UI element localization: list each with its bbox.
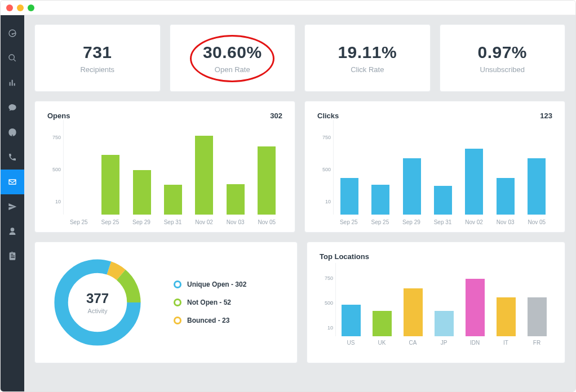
stat-recipients[interactable]: 731 Recipients — [34, 24, 161, 92]
window-close-icon[interactable] — [6, 5, 13, 11]
top-locations-chart: Top Locations 750 500 10 USUKCAJPIDNITFR — [307, 242, 565, 363]
bar — [528, 297, 547, 336]
stat-click-rate[interactable]: 19.11% Click Rate — [304, 24, 431, 92]
y-axis: 750 500 10 — [47, 120, 63, 215]
stats-row: 731 Recipients 30.60% Open Rate 19.11% C… — [34, 24, 565, 92]
bar-col — [251, 133, 282, 215]
bar-col — [429, 274, 460, 336]
x-tick: Sep 31 — [427, 219, 459, 225]
stat-value: 30.60% — [203, 43, 262, 62]
x-tick: US — [335, 340, 366, 346]
x-tick: UK — [366, 340, 397, 346]
y-tick: 10 — [317, 199, 333, 204]
legend-bounced: Bounced - 23 — [174, 317, 246, 324]
crosshair-icon — [8, 128, 17, 137]
bar — [466, 279, 485, 336]
y-tick: 10 — [47, 199, 63, 204]
bar — [497, 178, 515, 215]
x-tick: FR — [521, 340, 552, 346]
sidebar-item-send[interactable] — [1, 194, 24, 219]
bottom-row: 377 Activity Unique Open - 302 Not Open … — [34, 242, 565, 363]
bar — [340, 178, 358, 215]
bar-col — [334, 133, 365, 215]
bar-col — [367, 274, 398, 336]
stat-value: 0.97% — [477, 43, 527, 62]
dashboard-icon — [8, 29, 17, 38]
y-tick: 500 — [47, 167, 63, 172]
phone-icon — [8, 153, 17, 162]
activity-chart: 377 Activity Unique Open - 302 Not Open … — [34, 242, 298, 363]
content: 731 Recipients 30.60% Open Rate 19.11% C… — [24, 15, 575, 391]
sidebar-item-search[interactable] — [1, 46, 24, 70]
bar — [258, 146, 276, 215]
bar-col — [459, 274, 490, 336]
user-icon — [8, 227, 17, 236]
sidebar-item-phone[interactable] — [1, 145, 24, 170]
bar-col — [126, 133, 157, 215]
y-axis: 750 500 10 — [320, 263, 335, 336]
sidebar-item-dashboard[interactable] — [1, 21, 24, 46]
stat-label: Unsubscribed — [480, 65, 525, 74]
stat-unsubscribed[interactable]: 0.97% Unsubscribed — [440, 24, 566, 92]
y-tick: 750 — [47, 135, 63, 140]
donut: 377 Activity — [50, 255, 145, 350]
legend-label: Unique Open - 302 — [187, 280, 246, 288]
charts-row: Opens 302 750 500 10 Sep 25Sep 25Sep 29S… — [34, 101, 565, 233]
y-tick: 500 — [320, 300, 335, 306]
chart-title: Clicks — [317, 112, 552, 120]
bar-col — [459, 133, 490, 215]
sidebar-item-clipboard[interactable] — [1, 244, 24, 269]
stat-open-rate[interactable]: 30.60% Open Rate — [170, 24, 296, 92]
bar-col — [189, 133, 220, 215]
sidebar-item-stats[interactable] — [1, 70, 24, 95]
x-tick: Sep 29 — [396, 219, 427, 225]
clicks-chart: Clicks 123 750 500 10 Sep 25Sep 25Sep 29… — [304, 101, 565, 233]
legend-label: Bounced - 23 — [187, 317, 229, 324]
legend-swatch-icon — [174, 317, 181, 324]
donut-center: 377 Activity — [50, 255, 145, 350]
stat-label: Recipients — [80, 65, 114, 74]
y-tick: 750 — [317, 135, 333, 140]
stats-icon — [8, 78, 17, 87]
sidebar-item-user[interactable] — [1, 219, 24, 244]
x-tick: Sep 25 — [365, 219, 396, 225]
activity-label: Activity — [88, 308, 108, 314]
bar — [528, 158, 546, 215]
legend-not-open: Not Open - 52 — [174, 299, 246, 306]
bars — [63, 120, 282, 215]
bar — [403, 158, 421, 215]
x-tick: Sep 25 — [95, 219, 126, 225]
sidebar-item-chat[interactable] — [1, 95, 24, 120]
bar-col — [521, 133, 552, 215]
bar — [195, 136, 213, 215]
bar — [371, 185, 389, 215]
x-tick: Nov 02 — [188, 219, 220, 225]
bar-col — [398, 274, 429, 336]
search-icon — [8, 54, 17, 63]
bar — [373, 311, 392, 336]
bar — [164, 185, 182, 215]
x-tick: IDN — [459, 340, 490, 346]
x-tick: Nov 03 — [490, 219, 521, 225]
bar — [133, 170, 151, 215]
x-tick: IT — [490, 340, 521, 346]
bar — [497, 297, 516, 336]
bar-col — [95, 133, 126, 215]
stat-label: Open Rate — [215, 65, 250, 74]
x-tick: JP — [428, 340, 459, 346]
window-minimize-icon[interactable] — [17, 5, 24, 11]
bar-col — [336, 274, 367, 336]
sidebar — [1, 15, 24, 391]
bar — [404, 288, 423, 336]
sidebar-item-mail[interactable] — [1, 170, 24, 194]
chart-count: 123 — [540, 112, 552, 120]
legend: Unique Open - 302 Not Open - 52 Bounced … — [174, 280, 246, 324]
chat-icon — [8, 103, 17, 112]
window-zoom-icon[interactable] — [28, 5, 34, 11]
bar-col — [427, 133, 458, 215]
chart-title: Opens — [47, 112, 282, 120]
x-tick: Nov 05 — [521, 219, 552, 225]
activity-value: 377 — [86, 291, 109, 306]
bar-col — [64, 133, 95, 215]
sidebar-item-crosshair[interactable] — [1, 120, 24, 145]
